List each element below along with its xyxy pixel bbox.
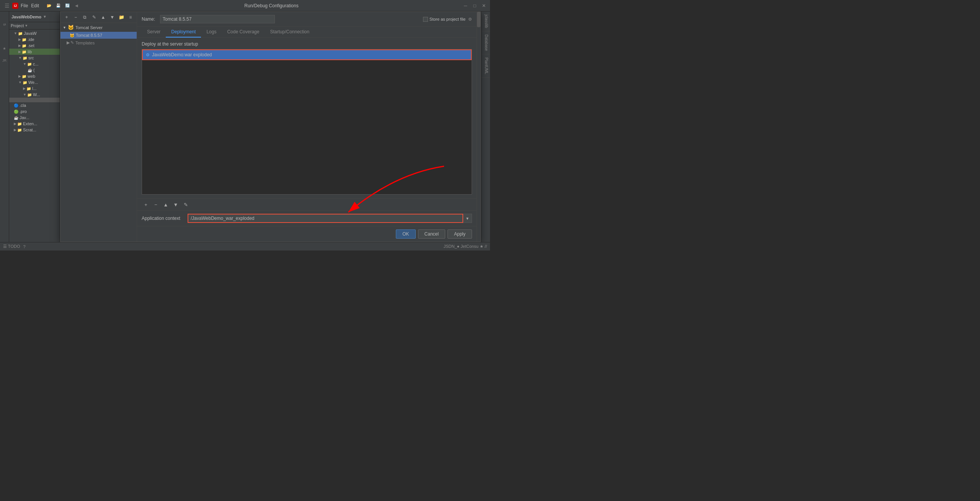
deploy-remove-btn[interactable]: −	[152, 200, 160, 209]
dialog-title-label: Run/Debug Configurations	[244, 3, 298, 8]
plantuml-panel[interactable]: PlantUML	[481, 54, 490, 78]
deploy-label: Deploy at the server startup	[142, 41, 472, 47]
down-config-btn[interactable]: ▼	[108, 13, 116, 21]
store-checkbox-area: Store as project file ⚙	[423, 17, 472, 22]
copy-config-btn[interactable]: ⧉	[81, 13, 89, 21]
todo-bar: ☰ TODO ? JSDN_● JetConsu ★ //	[0, 242, 490, 250]
edit-config-btn[interactable]: ✎	[90, 13, 98, 21]
close-btn[interactable]: ✕	[481, 3, 487, 9]
deploy-list: ⚙ JavaWebDemo:war exploded	[142, 49, 472, 195]
project-label[interactable]: Project	[11, 23, 24, 28]
tab-server[interactable]: Server	[142, 27, 166, 38]
templates-label: Templates	[75, 41, 95, 45]
dialog-scrollbar[interactable]	[477, 12, 480, 242]
database-panel[interactable]: Database	[481, 31, 490, 54]
structure-icon[interactable]: S	[1, 21, 8, 28]
remove-config-btn[interactable]: −	[72, 13, 80, 21]
templates-arrow: ▶	[67, 40, 70, 45]
config-toolbar: + − ⧉ ✎ ▲ ▼ 📁 ≡	[60, 12, 137, 23]
open-icon[interactable]: 📂	[45, 2, 53, 10]
run-debug-dialog: + − ⧉ ✎ ▲ ▼ 📁 ≡ ▼ 🐱 Tomcat Server	[60, 11, 481, 242]
config-items: ▼ 🐱 Tomcat Server 🐱 Tomcat 8.5.57 ▶ ✎ Te…	[60, 23, 137, 242]
cancel-button[interactable]: Cancel	[418, 229, 445, 239]
dialog-footer: OK Cancel Apply	[137, 226, 477, 242]
name-input[interactable]	[160, 15, 275, 23]
tree-item-class[interactable]: 🔵 .cla	[9, 102, 60, 108]
back-icon[interactable]: ◀	[73, 2, 80, 10]
apply-button[interactable]: Apply	[448, 229, 472, 239]
tree-item-c[interactable]: ▼ 📁 c...	[9, 61, 60, 67]
minimize-btn[interactable]: ─	[462, 3, 469, 9]
tree-item-jav[interactable]: ☕ Jav...	[9, 115, 60, 121]
tab-logs[interactable]: Logs	[201, 27, 222, 38]
app-context-input-wrap: ▼	[188, 214, 472, 223]
tree-item-file1[interactable]: ☕ (	[9, 67, 60, 73]
tree-item-w2[interactable]: ▼ 📁 W...	[9, 92, 60, 98]
templates-group[interactable]: ▶ ✎ Templates	[60, 39, 137, 47]
edit-menu[interactable]: Edit	[31, 3, 39, 8]
deploy-item-label: JavaWebDemo:war exploded	[152, 52, 212, 57]
deploy-toolbar: + − ▲ ▼ ✎	[137, 198, 477, 210]
ide-wrapper: ☰ IJ File Edit 📂 💾 🔄 ◀ Run/Debug Configu…	[0, 0, 490, 250]
todo-label[interactable]: ☰ TODO	[3, 244, 20, 249]
tomcat-857-item[interactable]: 🐱 Tomcat 8.5.57	[60, 32, 137, 39]
sync-icon[interactable]: 🔄	[64, 2, 71, 10]
tab-code-coverage[interactable]: Code Coverage	[222, 27, 265, 38]
favorites-icon[interactable]: ★	[1, 44, 8, 52]
tab-deployment[interactable]: Deployment	[166, 27, 201, 38]
status-right: JSDN_● JetConsu ★ //	[444, 244, 487, 249]
menu-icon[interactable]: ☰	[3, 2, 11, 10]
save-icon[interactable]: 💾	[54, 2, 62, 10]
config-panel: Name: Store as project file ⚙ Server Dep…	[137, 12, 477, 242]
store-label: Store as project file	[430, 17, 466, 21]
tree-item-pro[interactable]: 🟢 .pro	[9, 108, 60, 115]
deploy-up-btn[interactable]: ▲	[162, 200, 170, 209]
deploy-item-icon: ⚙	[146, 52, 150, 57]
app-context-label: Application context	[142, 216, 188, 221]
deploy-add-btn[interactable]: +	[142, 200, 150, 209]
store-gear-icon[interactable]: ⚙	[468, 17, 472, 22]
more-config-btn[interactable]: ≡	[127, 13, 134, 21]
deploy-edit-btn[interactable]: ✎	[181, 200, 190, 209]
project-panel: JavaWebDemo ▼ Project ▼ ▼ 📁 JavaW ▶ 📁 .i…	[9, 11, 60, 242]
deploy-item-0[interactable]: ⚙ JavaWebDemo:war exploded	[142, 49, 472, 60]
store-checkbox[interactable]	[423, 17, 428, 22]
tree-item-set[interactable]: ▶ 📁 .set	[9, 43, 60, 49]
tree-item-i[interactable]	[9, 98, 60, 102]
tree-item-we[interactable]: ▼ 📁 We...	[9, 79, 60, 85]
tree-item-scratch[interactable]: ▶ 📁 Scrat...	[9, 127, 60, 133]
tree-item-l[interactable]: ▶ 📁 l...	[9, 85, 60, 92]
scrollbar-thumb[interactable]	[477, 12, 480, 27]
tree-item-extern[interactable]: ▶ 📁 Exten...	[9, 121, 60, 127]
deploy-down-btn[interactable]: ▼	[172, 200, 180, 209]
app-context-dropdown-btn[interactable]: ▼	[463, 214, 472, 223]
app-context-input[interactable]	[188, 214, 463, 223]
templates-icon: ✎	[70, 40, 74, 45]
main-layout: S ★ JR JavaWebDemo ▼ Project ▼ ▼ 📁 JavaW	[0, 11, 490, 242]
window-controls: ─ □ ✕	[462, 3, 487, 9]
folder-config-btn[interactable]: 📁	[118, 13, 125, 21]
tree-item-web[interactable]: ▶ 📁 web	[9, 73, 60, 79]
scrollbar-track	[477, 12, 480, 242]
tab-startup[interactable]: Startup/Connection	[265, 27, 315, 38]
ok-button[interactable]: OK	[396, 229, 415, 239]
tomcat-item-label: Tomcat 8.5.57	[76, 33, 102, 38]
maximize-btn[interactable]: □	[472, 3, 478, 9]
config-list: + − ⧉ ✎ ▲ ▼ 📁 ≡ ▼ 🐱 Tomcat Server	[60, 12, 137, 242]
project-header: JavaWebDemo ▼	[9, 11, 60, 22]
tree-item-lib[interactable]: ▶ 📁 lib	[9, 49, 60, 55]
deploy-section: Deploy at the server startup ⚙ JavaWebDe…	[137, 38, 477, 198]
file-menu[interactable]: File	[21, 3, 28, 8]
add-config-btn[interactable]: +	[63, 13, 70, 21]
jrebel-icon[interactable]: JR	[1, 57, 8, 64]
tree-item-src[interactable]: ▼ 📁 src	[9, 55, 60, 61]
tree-item-ide[interactable]: ▶ 📁 .ide	[9, 36, 60, 43]
help-icon[interactable]: ?	[23, 244, 25, 249]
tomcat-server-group[interactable]: ▼ 🐱 Tomcat Server	[60, 23, 137, 32]
up-config-btn[interactable]: ▲	[100, 13, 107, 21]
tomcat-group-label: Tomcat Server	[75, 25, 103, 30]
project-tree: ▼ 📁 JavaW ▶ 📁 .ide ▶ 📁 .set ▶ 📁	[9, 29, 60, 242]
tree-item-javaw[interactable]: ▼ 📁 JavaW	[9, 30, 60, 36]
tomcat-group-icon: 🐱	[68, 25, 74, 30]
jclasslib-panel[interactable]: jclasslib	[481, 11, 490, 31]
